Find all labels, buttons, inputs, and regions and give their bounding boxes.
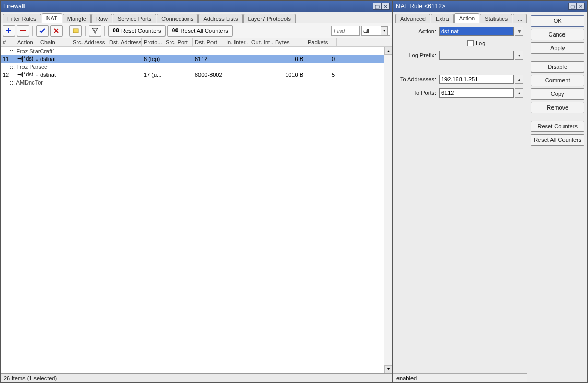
cell-proto: 17 (u... (142, 71, 163, 78)
close-icon[interactable]: ✕ (577, 3, 585, 10)
dropdown-icon[interactable]: ∓ (515, 27, 523, 36)
to-ports-input[interactable]: 6112 (439, 88, 514, 98)
nat-rule-window: NAT Rule <6112> ▢ ✕ AdvancedExtraActionS… (393, 0, 588, 383)
column-header[interactable]: Dst. Port (193, 38, 224, 46)
cell-chain: dstnat (38, 71, 70, 78)
tab-connections[interactable]: Connections (157, 14, 198, 23)
disable-button[interactable] (50, 25, 63, 37)
column-header[interactable]: Out. Int... (249, 38, 273, 46)
minimize-icon[interactable]: ▢ (568, 3, 577, 10)
oo-icon: 00 (172, 28, 178, 33)
reset-all-counters-button[interactable]: 00Reset All Counters (167, 25, 232, 37)
cell-bytes: 1010 B (273, 71, 305, 78)
group-row[interactable]: ::: AMDncTor (1, 78, 392, 86)
ok-button[interactable]: OK (531, 15, 584, 27)
action-label: Action: (397, 28, 439, 34)
group-row[interactable]: ::: Froz Parsec (1, 63, 392, 70)
window-title: Firewall (3, 3, 373, 10)
tab-mangle[interactable]: Mangle (63, 14, 91, 23)
tab--[interactable]: ... (513, 14, 527, 23)
cell-num: 12 (1, 71, 15, 78)
grid-body[interactable]: ::: Froz StarCraft111⇥|*dst-...dstnat6 (… (1, 47, 392, 373)
collapse-icon[interactable]: ▴ (515, 88, 523, 98)
column-header[interactable]: # (1, 38, 15, 46)
column-header[interactable]: Chain (38, 38, 70, 46)
status-bar: 26 items (1 selected) (1, 373, 392, 382)
tab-extra[interactable]: Extra (431, 14, 454, 23)
column-header[interactable]: Src. Port (163, 38, 193, 46)
chevron-down-icon: ▾ (381, 26, 388, 35)
reset-counters-button[interactable]: Reset Counters (531, 121, 584, 132)
cell-dport: 8000-8002 (193, 71, 224, 78)
log-row: Log (397, 40, 523, 46)
oo-icon: 00 (113, 28, 119, 33)
column-header[interactable]: Proto... (142, 38, 163, 46)
button-column: OKCancelApplyDisableCommentCopyRemoveRes… (527, 12, 587, 382)
tab-action[interactable]: Action (454, 13, 480, 23)
column-header[interactable]: Src. Address (70, 38, 107, 46)
log-prefix-label: Log Prefix: (397, 52, 439, 58)
apply-button[interactable]: Apply (531, 42, 584, 54)
scrollbar-vertical[interactable]: ▴ ▾ (384, 47, 392, 373)
add-button[interactable] (3, 25, 15, 37)
column-header[interactable]: Packets (305, 38, 337, 46)
comment-button[interactable] (69, 25, 82, 37)
tab-nat[interactable]: NAT (42, 13, 62, 23)
note-icon (72, 27, 79, 34)
tab-filter-rules[interactable]: Filter Rules (3, 14, 41, 23)
cell-action: ⇥|*dst-... (15, 55, 38, 62)
grid-header: #ActionChainSrc. AddressDst. AddressProt… (1, 38, 392, 47)
comment-button[interactable]: Comment (531, 75, 584, 86)
copy-button[interactable]: Copy (531, 88, 584, 100)
reset-all-counters-button[interactable]: Reset All Counters (531, 134, 584, 146)
expand-icon[interactable]: ▾ (515, 51, 523, 60)
check-icon (39, 27, 46, 34)
titlebar[interactable]: Firewall ▢ ✕ (1, 1, 392, 12)
to-ports-label: To Ports: (397, 90, 439, 96)
scroll-down-icon[interactable]: ▾ (384, 365, 392, 373)
log-checkbox[interactable] (467, 40, 474, 46)
find-input[interactable] (331, 26, 360, 36)
close-icon[interactable]: ✕ (381, 3, 390, 10)
column-header[interactable]: Dst. Address (107, 38, 142, 46)
cancel-button[interactable]: Cancel (531, 29, 584, 40)
to-addresses-label: To Addresses: (397, 76, 439, 82)
x-icon (53, 27, 60, 34)
disable-button[interactable]: Disable (531, 61, 584, 73)
tab-bar: Filter RulesNATMangleRawService PortsCon… (1, 12, 392, 23)
cell-num: 11 (1, 56, 15, 62)
table-row[interactable]: 12⇥|*dst-...dstnat17 (u...8000-80021010 … (1, 70, 392, 78)
tab-address-lists[interactable]: Address Lists (198, 14, 242, 23)
remove-button[interactable] (17, 25, 29, 37)
column-header[interactable]: Action (15, 38, 38, 46)
filter-button[interactable] (89, 25, 101, 37)
enable-button[interactable] (36, 25, 49, 37)
column-header[interactable]: Bytes (273, 38, 305, 46)
cell-action: ⇥|*dst-... (15, 71, 38, 78)
log-prefix-input[interactable] (439, 51, 514, 60)
tab-service-ports[interactable]: Service Ports (113, 14, 156, 23)
firewall-window: Firewall ▢ ✕ Filter RulesNATMangleRawSer… (0, 0, 393, 383)
tab-statistics[interactable]: Statistics (480, 14, 512, 23)
collapse-icon[interactable]: ▴ (515, 75, 523, 84)
tab-layer7-protocols[interactable]: Layer7 Protocols (243, 14, 296, 23)
minimize-icon[interactable]: ▢ (373, 3, 381, 10)
filter-combo[interactable]: all▾ (361, 26, 390, 36)
tab-advanced[interactable]: Advanced (395, 14, 430, 23)
cell-bytes: 0 B (273, 56, 305, 62)
tab-raw[interactable]: Raw (91, 14, 112, 23)
table-row[interactable]: 11⇥|*dst-...dstnat6 (tcp)61120 B0 (1, 55, 392, 63)
group-row[interactable]: ::: Froz StarCraft1 (1, 47, 392, 55)
column-header[interactable]: In. Inter... (224, 38, 249, 46)
remove-button[interactable]: Remove (531, 102, 584, 113)
titlebar[interactable]: NAT Rule <6112> ▢ ✕ (393, 1, 587, 12)
reset-counters-button[interactable]: 00Reset Counters (108, 25, 166, 37)
to-addresses-input[interactable]: 192.168.1.251 (439, 75, 514, 84)
scroll-up-icon[interactable]: ▴ (384, 47, 392, 55)
log-prefix-row: Log Prefix: ▾ (397, 51, 523, 60)
toolbar: 00Reset Counters 00Reset All Counters al… (1, 23, 392, 38)
action-row: Action: dst-nat ∓ (397, 27, 523, 36)
tab-bar: AdvancedExtraActionStatistics... (393, 12, 527, 23)
to-ports-row: To Ports: 6112 ▴ (397, 88, 523, 98)
action-input[interactable]: dst-nat (439, 27, 514, 36)
